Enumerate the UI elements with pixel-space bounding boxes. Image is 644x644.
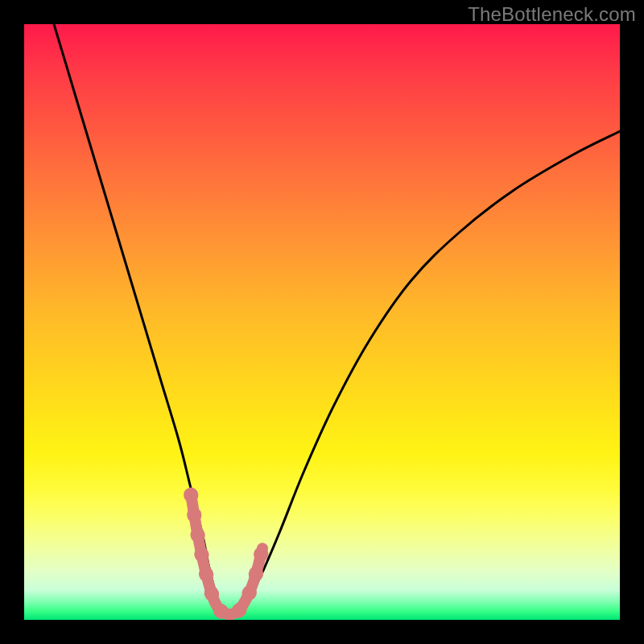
chart-frame: TheBottleneck.com (0, 0, 644, 644)
watermark-text: TheBottleneck.com (468, 3, 636, 26)
bottleneck-curve (54, 24, 620, 614)
chart-plot-area (24, 24, 620, 620)
optimal-zone-marker-fill (191, 495, 262, 614)
chart-svg (24, 24, 620, 620)
